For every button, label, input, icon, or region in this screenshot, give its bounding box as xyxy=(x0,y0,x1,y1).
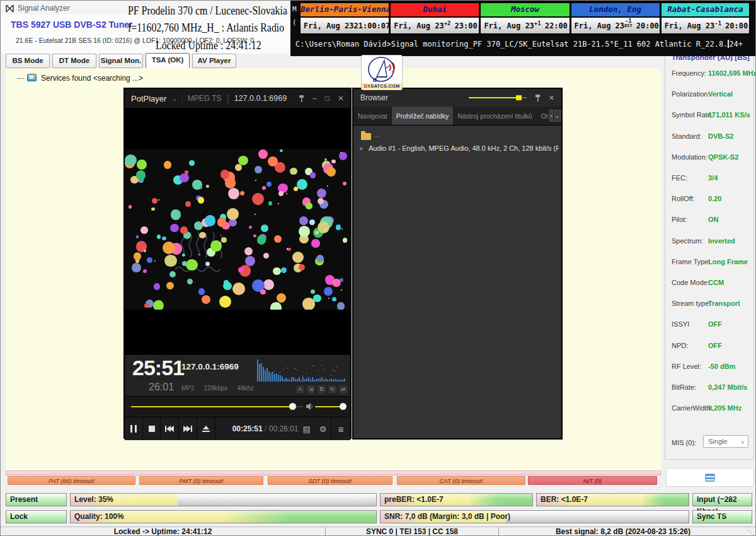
dropdown-chevron-icon: ∨ xyxy=(740,436,745,448)
transponder-row-label: Symbol Rate: xyxy=(672,111,713,119)
preber-label: preBER: <1.0E-7 xyxy=(384,494,444,506)
console-window[interactable]: M ( C:\Users\Roman Dávid>Signal monitori… xyxy=(290,1,756,56)
tab-dt-mode[interactable]: DT Mode xyxy=(52,54,96,68)
minimize-icon[interactable]: – xyxy=(312,94,317,103)
spectrum-bar xyxy=(272,373,273,382)
potplayer-titlebar[interactable]: PotPlayer ⌄ MPEG TS | 127.0.0.1:6969 – □… xyxy=(125,89,350,108)
video-confetti-dot xyxy=(327,185,328,187)
tab-navigate[interactable]: Navigovat xyxy=(353,107,392,125)
video-confetti-dot xyxy=(262,186,266,190)
chevron-down-icon[interactable]: ⌄ xyxy=(554,110,561,122)
video-confetti-dot xyxy=(235,164,242,171)
spectrum-bar xyxy=(340,380,341,382)
clock-city-name: Berlin-Paris-Vienna-Roma xyxy=(301,3,389,16)
sdt-timeout-bar: SDT (0) timeout! xyxy=(268,476,392,485)
clock-utc-offset: -1 xyxy=(714,21,721,26)
tab-av-player[interactable]: AV Player xyxy=(192,54,236,68)
video-confetti-dot xyxy=(143,269,147,273)
window-title: Signal Analyzer xyxy=(18,4,70,13)
resize-grip[interactable]: ⋱ xyxy=(748,528,755,536)
clock-city: Rabat-Casablanca Fri, Aug 23 -1 20:00 xyxy=(660,2,750,35)
ts-record-button[interactable] xyxy=(666,468,754,487)
video-confetti-dot xyxy=(202,295,211,305)
spectrum-bar xyxy=(302,377,304,382)
browser-titlebar[interactable]: Browser ✕ xyxy=(353,89,561,107)
tab-subtitle-browser[interactable]: Nástroj procházení titulků xyxy=(453,107,536,125)
tab-signal-mon[interactable]: Signal Mon. xyxy=(99,54,143,68)
previous-button[interactable] xyxy=(161,417,179,440)
video-confetti-dot xyxy=(153,300,164,310)
close-icon[interactable]: ✕ xyxy=(338,94,344,103)
spectrum-peak-dot xyxy=(259,366,260,367)
potplayer-window: PotPlayer ⌄ MPEG TS | 127.0.0.1:6969 – □… xyxy=(123,88,352,439)
video-display-area[interactable] xyxy=(125,108,350,355)
ab-point-b-button[interactable]: B xyxy=(318,385,326,393)
video-confetti-dot xyxy=(187,279,193,284)
video-confetti-dot xyxy=(180,226,188,234)
volume-bar[interactable] xyxy=(315,406,343,407)
video-confetti-dot xyxy=(261,224,268,232)
seek-knob[interactable] xyxy=(289,403,296,410)
chevron-down-icon[interactable]: ⌄ xyxy=(171,95,176,102)
next-arrow-icon[interactable]: › xyxy=(549,110,553,122)
pause-button[interactable] xyxy=(125,417,143,440)
parent-directory-item[interactable]: .. xyxy=(375,131,379,138)
playlist-icon[interactable]: ▤ xyxy=(298,424,314,434)
clock-city: London, Eng Fri, Aug 23 -1DST 20:00:07 xyxy=(570,2,660,35)
next-button[interactable] xyxy=(179,417,197,440)
spectrum-bar xyxy=(282,376,283,382)
services-tree-item[interactable]: Services found <searching ...> xyxy=(41,74,143,83)
tab-bs-mode[interactable]: BS Mode xyxy=(6,54,50,68)
video-confetti-dot xyxy=(164,255,177,267)
loop-icon[interactable]: ↻ xyxy=(328,385,336,393)
ber-label: BER: <1.0E-7 xyxy=(541,494,588,506)
close-icon[interactable]: ✕ xyxy=(549,94,554,102)
video-confetti-dot xyxy=(162,236,166,241)
transponder-row-value: Transport xyxy=(708,300,740,307)
ab-point-a-button[interactable]: A xyxy=(296,385,304,393)
gear-icon[interactable]: ⚙ xyxy=(315,424,331,434)
audio-track-item[interactable]: Audio #1 - English, MPEG Audio, 48.0 kHz… xyxy=(369,144,559,152)
pin-icon[interactable] xyxy=(535,95,541,102)
maximize-icon[interactable]: □ xyxy=(325,94,329,103)
transponder-row-value: Vertical xyxy=(708,90,733,98)
dxsatcs-logo: DXSATCS.COM xyxy=(361,55,403,90)
menu-icon[interactable]: ≡ xyxy=(331,417,350,440)
video-confetti-dot xyxy=(219,296,231,308)
tab-tsa[interactable]: TSA (OK) xyxy=(146,53,190,69)
tab-menu-browser[interactable]: Prohlížeč nabídky xyxy=(392,107,453,125)
transponder-row-label: Polarization: xyxy=(672,90,710,98)
transponder-row-label: Standard: xyxy=(672,132,702,140)
mis-dropdown[interactable]: Single ∨ xyxy=(703,435,748,448)
video-confetti-dot xyxy=(274,235,282,243)
video-confetti-dot xyxy=(164,161,171,168)
quality-label: Quality: 100% xyxy=(74,511,124,523)
transponder-row-value: 0,205 MHz xyxy=(708,404,742,412)
opacity-slider[interactable] xyxy=(469,95,527,100)
expand-icon[interactable]: ⇲ xyxy=(307,385,315,393)
video-confetti-dot xyxy=(194,221,203,230)
video-confetti-dot xyxy=(332,279,341,288)
spectrum-bar xyxy=(280,375,281,382)
video-confetti-dot xyxy=(286,193,287,194)
stop-button[interactable] xyxy=(143,417,161,440)
eject-button[interactable] xyxy=(197,417,215,440)
video-confetti-dot xyxy=(134,252,141,260)
level-label: Level: 35% xyxy=(74,494,113,506)
potplayer-app-name[interactable]: PotPlayer xyxy=(131,94,166,103)
spectrum-bar xyxy=(293,377,294,382)
video-confetti-dot xyxy=(253,235,256,238)
video-confetti-dot xyxy=(200,186,203,189)
video-confetti-dot xyxy=(290,168,297,175)
seek-bar[interactable] xyxy=(131,406,293,407)
volume-knob[interactable] xyxy=(340,403,346,410)
volume-icon[interactable] xyxy=(306,402,314,411)
spectrum-bar xyxy=(266,368,268,382)
spectrum-bar xyxy=(333,380,334,382)
transponder-row-label: NPD: xyxy=(672,342,688,349)
console-prompt[interactable]: C:\Users\Roman Dávid>Signal monitoring_P… xyxy=(295,40,743,49)
folder-icon[interactable] xyxy=(361,133,371,140)
tab-online[interactable]: Online : xyxy=(537,107,549,125)
pin-icon[interactable] xyxy=(299,95,304,102)
shuffle-icon[interactable]: ⇄ xyxy=(339,385,347,393)
